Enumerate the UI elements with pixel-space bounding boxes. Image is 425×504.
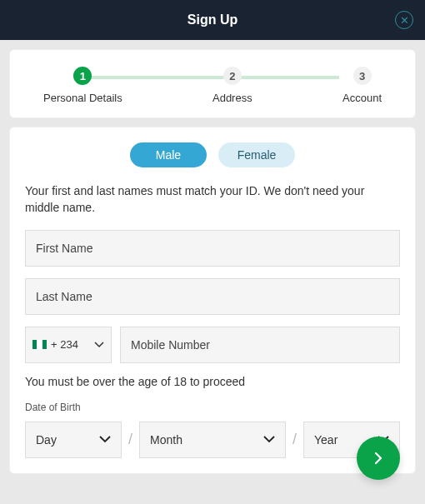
mobile-number-input[interactable] <box>120 327 400 363</box>
chevron-down-icon <box>263 436 275 443</box>
step-personal-details: 1 Personal Details <box>43 67 122 104</box>
dob-day-label: Day <box>36 433 57 447</box>
step-label: Address <box>212 92 252 104</box>
close-button[interactable]: ✕ <box>395 11 413 29</box>
step-circle: 3 <box>353 67 372 85</box>
chevron-down-icon <box>99 436 111 443</box>
dob-month-select[interactable]: Month <box>139 422 286 458</box>
form-card: Male Female Your first and last names mu… <box>9 127 416 474</box>
dob-separator: / <box>128 431 132 448</box>
next-button[interactable] <box>357 437 400 480</box>
phone-row: + 234 <box>25 327 400 363</box>
first-name-input[interactable] <box>25 230 400 267</box>
modal-header: Sign Up ✕ <box>0 0 425 40</box>
dob-month-label: Month <box>150 433 182 447</box>
step-label: Personal Details <box>43 92 122 104</box>
dob-year-label: Year <box>314 433 338 447</box>
gender-male-button[interactable]: Male <box>130 142 207 167</box>
age-note: You must be over the age of 18 to procee… <box>25 375 400 388</box>
page-body: 1 Personal Details 2 Address 3 Account M… <box>0 40 425 483</box>
gender-female-button[interactable]: Female <box>218 142 295 167</box>
last-name-input[interactable] <box>25 278 400 315</box>
dob-day-select[interactable]: Day <box>25 422 122 458</box>
step-circle: 2 <box>223 67 242 85</box>
step-address: 2 Address <box>212 67 252 104</box>
step-label: Account <box>342 92 382 104</box>
dob-row: Day / Month / Year <box>25 422 400 458</box>
country-code-select[interactable]: + 234 <box>25 327 112 363</box>
dob-separator: / <box>292 431 297 448</box>
chevron-right-icon <box>373 452 383 465</box>
step-circle: 1 <box>73 67 92 85</box>
nigeria-flag-icon <box>32 340 47 349</box>
dob-label: Date of Birth <box>25 402 400 413</box>
chevron-down-icon <box>94 342 104 348</box>
step-account: 3 Account <box>342 67 382 104</box>
close-icon: ✕ <box>400 15 409 26</box>
gender-toggle: Male Female <box>25 142 400 167</box>
stepper: 1 Personal Details 2 Address 3 Account <box>9 49 416 118</box>
name-instruction: Your first and last names must match you… <box>25 182 400 217</box>
modal-title: Sign Up <box>188 12 238 27</box>
country-code-text: + 234 <box>51 338 78 351</box>
